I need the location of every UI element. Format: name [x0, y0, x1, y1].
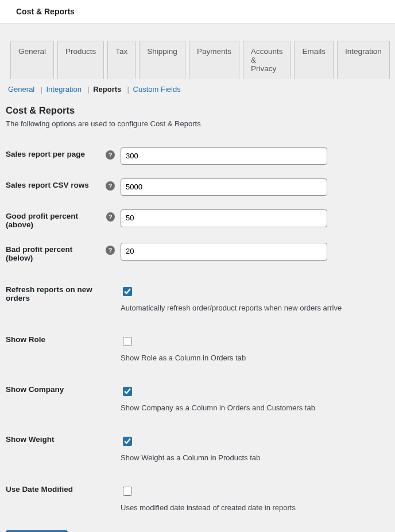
label-bad-profit: Bad profit percent (below) [6, 245, 101, 262]
separator: | [127, 85, 129, 94]
help-icon[interactable]: ? [106, 150, 115, 160]
tab-integration[interactable]: Integration [337, 41, 390, 79]
desc-refresh: Automatically refresh order/product repo… [121, 304, 389, 312]
subnav-general[interactable]: General [8, 85, 34, 94]
input-csv-rows[interactable] [121, 178, 327, 196]
settings-form-table: Sales report per page ? Sales report CSV… [6, 142, 389, 520]
subnav-custom-fields[interactable]: Custom Fields [133, 85, 181, 94]
input-good-profit[interactable] [121, 209, 327, 227]
section-description: The following options are used to config… [6, 119, 389, 128]
desc-show-company: Show Company as a Column in Orders and C… [121, 403, 389, 412]
label-refresh: Refresh reports on new orders [6, 285, 92, 302]
input-bad-profit[interactable] [121, 243, 327, 260]
input-per-page[interactable] [121, 147, 327, 165]
tab-emails[interactable]: Emails [294, 41, 334, 79]
subnav-integration[interactable]: Integration [47, 85, 82, 94]
content: General Products Tax Shipping Payments A… [0, 24, 395, 532]
desc-show-role: Show Role as a Column in Orders tab [121, 354, 389, 362]
separator: | [87, 85, 89, 94]
help-icon[interactable]: ? [106, 181, 115, 191]
tab-shipping[interactable]: Shipping [139, 41, 185, 79]
separator: | [40, 85, 42, 94]
tab-products[interactable]: Products [57, 41, 104, 79]
label-show-weight: Show Weight [6, 435, 55, 444]
checkbox-show-role[interactable] [123, 337, 132, 346]
label-csv-rows: Sales report CSV rows [6, 181, 89, 189]
checkbox-show-weight[interactable] [123, 437, 132, 446]
help-icon[interactable]: ? [106, 212, 115, 222]
subnav-reports: Reports [93, 85, 121, 94]
desc-use-date-modified: Uses modified date instead of created da… [121, 503, 389, 512]
tab-general[interactable]: General [10, 41, 54, 79]
label-show-role: Show Role [6, 335, 45, 344]
tab-tax[interactable]: Tax [107, 41, 135, 79]
checkbox-refresh[interactable] [123, 287, 132, 296]
checkbox-show-company[interactable] [123, 387, 132, 396]
help-icon[interactable]: ? [106, 246, 115, 255]
primary-tabs: General Products Tax Shipping Payments A… [6, 24, 389, 79]
desc-show-weight: Show Weight as a Column in Products tab [121, 453, 389, 462]
tab-accounts[interactable]: Accounts & Privacy [243, 41, 291, 79]
label-show-company: Show Company [6, 385, 64, 394]
tab-payments[interactable]: Payments [189, 41, 239, 79]
page-title: Cost & Reports [16, 7, 379, 16]
header-bar: Cost & Reports [0, 0, 395, 24]
label-per-page: Sales report per page [6, 150, 85, 158]
checkbox-use-date-modified[interactable] [123, 487, 132, 496]
label-use-date-modified: Use Date Modified [6, 485, 73, 494]
label-good-profit: Good profit percent (above) [6, 212, 102, 229]
section-title: Cost & Reports [6, 105, 389, 116]
sub-nav: General | Integration | Reports | Custom… [6, 79, 389, 97]
